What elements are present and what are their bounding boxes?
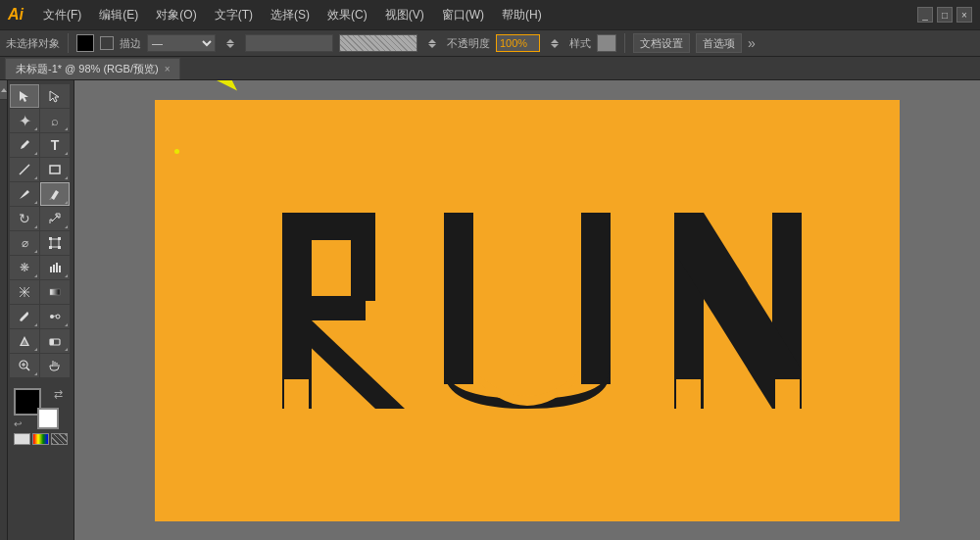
svg-line-17 bbox=[26, 368, 29, 370]
pattern-arrows[interactable] bbox=[423, 34, 441, 52]
tool-row-8: ❋ bbox=[10, 256, 72, 279]
svg-rect-9 bbox=[56, 263, 58, 272]
hand-tool[interactable] bbox=[40, 354, 70, 377]
tool-row-2: ✦ ⌕ bbox=[10, 109, 72, 132]
svg-rect-29 bbox=[351, 213, 375, 301]
scale-tool[interactable] bbox=[40, 207, 70, 230]
tool-row-12 bbox=[10, 354, 72, 377]
tab-title: 未标题-1* @ 98% (RGB/预览) bbox=[16, 62, 159, 76]
menu-edit[interactable]: 编辑(E) bbox=[95, 5, 142, 25]
stroke-label: 描边 bbox=[120, 36, 141, 51]
lasso-tool[interactable]: ⌕ bbox=[40, 109, 70, 132]
fill-swatch[interactable] bbox=[76, 34, 94, 52]
stroke-value-input[interactable] bbox=[245, 34, 333, 52]
tool-row-3: T bbox=[10, 133, 72, 157]
opacity-input[interactable] bbox=[496, 34, 540, 52]
svg-rect-36 bbox=[775, 379, 800, 411]
mesh-tool[interactable] bbox=[10, 280, 39, 304]
pencil-tool[interactable] bbox=[40, 182, 70, 206]
title-bar: Ai 文件(F) 编辑(E) 对象(O) 文字(T) 选择(S) 效果(C) 视… bbox=[0, 0, 980, 29]
menu-object[interactable]: 对象(O) bbox=[152, 5, 200, 25]
paintbrush-tool[interactable] bbox=[10, 182, 39, 206]
tool-row-6: ↻ bbox=[10, 207, 72, 230]
reset-colors-button[interactable]: ↩ bbox=[14, 418, 22, 429]
rotate-tool[interactable]: ↻ bbox=[10, 207, 39, 230]
svg-point-12 bbox=[50, 315, 54, 319]
live-paint-tool[interactable] bbox=[10, 329, 39, 353]
svg-rect-30 bbox=[444, 213, 473, 384]
left-scroll-strip bbox=[0, 80, 8, 540]
stroke-pattern[interactable] bbox=[339, 34, 417, 52]
separator-2 bbox=[624, 33, 625, 53]
menu-file[interactable]: 文件(F) bbox=[39, 5, 85, 25]
direct-selection-tool[interactable] bbox=[40, 84, 70, 108]
color-mode-none[interactable] bbox=[51, 433, 68, 445]
svg-rect-35 bbox=[676, 379, 701, 411]
rectangle-tool[interactable] bbox=[40, 158, 70, 181]
svg-rect-3 bbox=[49, 237, 52, 240]
background-color-swatch[interactable] bbox=[37, 408, 59, 429]
menu-select[interactable]: 选择(S) bbox=[267, 5, 314, 25]
pen-tool[interactable] bbox=[10, 133, 39, 157]
eyedropper-tool[interactable] bbox=[10, 305, 39, 328]
canvas-dot bbox=[174, 149, 179, 154]
menu-window[interactable]: 窗口(W) bbox=[438, 5, 488, 25]
tool-row-4 bbox=[10, 158, 72, 181]
window-minimize[interactable]: _ bbox=[917, 7, 933, 23]
color-mode-gradient[interactable] bbox=[32, 433, 49, 445]
selection-tool[interactable] bbox=[10, 84, 39, 108]
window-close[interactable]: × bbox=[956, 7, 972, 23]
svg-rect-2 bbox=[51, 239, 59, 247]
svg-rect-5 bbox=[49, 246, 52, 249]
magic-wand-tool[interactable]: ✦ bbox=[10, 109, 39, 132]
canvas-document[interactable] bbox=[155, 100, 900, 521]
color-section: ⇄ ↩ bbox=[10, 384, 72, 449]
style-swatch[interactable] bbox=[597, 34, 616, 52]
svg-marker-20 bbox=[178, 80, 267, 91]
color-mode-normal[interactable] bbox=[14, 433, 30, 445]
zoom-tool[interactable] bbox=[10, 354, 39, 377]
tab-close-button[interactable]: × bbox=[165, 64, 171, 74]
menu-view[interactable]: 视图(V) bbox=[381, 5, 428, 25]
free-transform-tool[interactable] bbox=[40, 231, 70, 255]
opacity-label: 不透明度 bbox=[447, 36, 490, 51]
tool-row-1 bbox=[10, 84, 72, 108]
svg-rect-15 bbox=[50, 339, 54, 345]
svg-rect-11 bbox=[50, 289, 60, 295]
svg-rect-4 bbox=[58, 237, 61, 240]
tool-row-10 bbox=[10, 305, 72, 328]
canvas-area[interactable] bbox=[74, 80, 980, 540]
stroke-arrows[interactable] bbox=[221, 34, 239, 52]
warp-tool[interactable]: ⌀ bbox=[10, 231, 39, 255]
tool-row-7: ⌀ bbox=[10, 231, 72, 255]
style-label: 样式 bbox=[569, 36, 591, 51]
stroke-dropdown[interactable]: — bbox=[147, 34, 216, 52]
scroll-top[interactable] bbox=[0, 80, 7, 100]
menu-effect[interactable]: 效果(C) bbox=[323, 5, 371, 25]
symbol-sprayer-tool[interactable]: ❋ bbox=[10, 256, 39, 279]
line-tool[interactable] bbox=[10, 158, 39, 181]
type-tool[interactable]: T bbox=[40, 133, 70, 157]
swap-colors-button[interactable]: ⇄ bbox=[54, 388, 63, 401]
svg-rect-34 bbox=[284, 379, 309, 411]
eraser-tool[interactable] bbox=[40, 329, 70, 353]
svg-line-0 bbox=[20, 165, 29, 174]
ai-logo: Ai bbox=[8, 6, 24, 24]
menu-type[interactable]: 文字(T) bbox=[211, 5, 257, 25]
column-graph-tool[interactable] bbox=[40, 256, 70, 279]
svg-rect-7 bbox=[50, 267, 52, 272]
doc-settings-button[interactable]: 文档设置 bbox=[633, 33, 690, 53]
opacity-arrows[interactable] bbox=[546, 34, 564, 52]
window-maximize[interactable]: □ bbox=[937, 7, 953, 23]
separator-1 bbox=[68, 33, 69, 53]
blend-tool[interactable] bbox=[40, 305, 70, 328]
gradient-tool[interactable] bbox=[40, 280, 70, 304]
stroke-swatch[interactable] bbox=[100, 36, 114, 50]
document-tab[interactable]: 未标题-1* @ 98% (RGB/预览) × bbox=[5, 58, 180, 79]
left-toolbar: ✦ ⌕ T bbox=[8, 80, 74, 540]
svg-rect-1 bbox=[50, 166, 60, 173]
menu-help[interactable]: 帮助(H) bbox=[498, 5, 546, 25]
run-text-svg bbox=[233, 193, 821, 428]
extra-options[interactable]: » bbox=[748, 35, 756, 51]
first-option-button[interactable]: 首选项 bbox=[696, 33, 742, 53]
